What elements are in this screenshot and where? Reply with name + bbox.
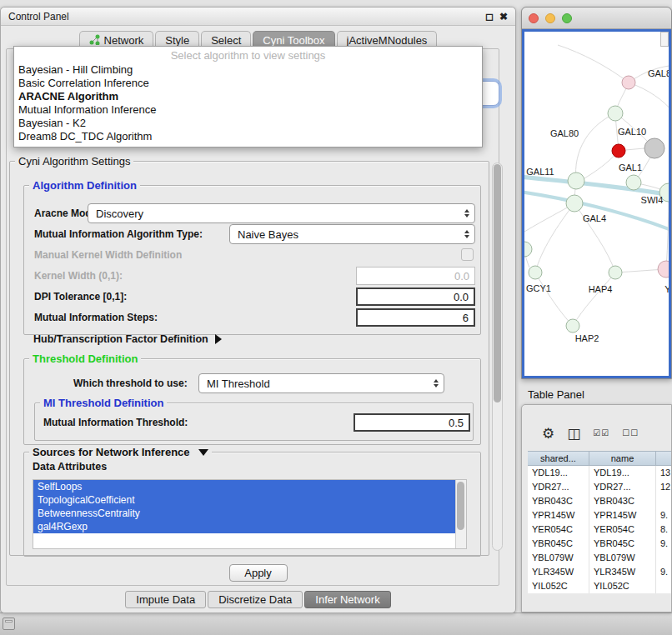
table-cell: 12 — [656, 480, 672, 494]
network-window-titlebar[interactable] — [522, 8, 671, 29]
table-cell: YLR345W — [528, 565, 589, 579]
tab-label: Select — [211, 34, 241, 47]
algorithm-option[interactable]: ARACNE Algorithm — [14, 90, 482, 103]
table-cell — [656, 551, 672, 565]
manual-kernel-checkbox[interactable] — [461, 248, 474, 261]
settings-scrollbar[interactable] — [492, 162, 503, 551]
table-cell: 9. — [656, 508, 672, 522]
network-edge[interactable] — [629, 82, 670, 112]
restore-panel-icon[interactable] — [3, 618, 15, 630]
network-edge[interactable] — [573, 272, 615, 326]
network-node[interactable] — [524, 242, 532, 257]
algorithm-option[interactable]: Basic Correlation Inference — [14, 77, 482, 90]
sources-title-text: Sources for Network Inference — [33, 446, 190, 458]
algorithm-option[interactable]: Dream8 DC_TDC Algorithm — [14, 130, 482, 143]
network-node[interactable] — [568, 172, 584, 189]
network-edge[interactable] — [558, 45, 629, 82]
hub-definition-toggle[interactable]: Hub/Transcription Factor Definition — [33, 333, 222, 345]
node-label: GAL80 — [550, 128, 579, 138]
network-view-window: GAL8GAL80GAL10GAL11GAL1SWI4GAL4GCY1HAP4Y… — [521, 7, 672, 379]
table-row[interactable]: YBL079WYBL079W — [528, 551, 672, 565]
table-row[interactable]: YDL19...YDL19...13 — [528, 466, 672, 480]
deselect-all-icon[interactable]: ☐☐ — [622, 429, 639, 438]
control-panel-title: Control Panel — [8, 11, 69, 22]
list-scrollbar[interactable] — [455, 480, 466, 548]
attribute-item[interactable]: gal4RGexp — [33, 520, 456, 533]
network-edge[interactable] — [535, 272, 573, 326]
network-node[interactable] — [658, 261, 670, 278]
algorithm-option[interactable]: Bayesian - Hill Climbing — [14, 63, 482, 77]
network-scrollbar[interactable] — [660, 32, 669, 47]
mi-type-combobox[interactable]: Naive Bayes — [229, 224, 475, 244]
network-edge[interactable] — [625, 148, 644, 150]
network-node[interactable] — [612, 144, 625, 158]
node-label: GCY1 — [526, 283, 551, 293]
select-all-icon[interactable]: ☑☑ — [593, 429, 609, 438]
network-node[interactable] — [566, 195, 583, 212]
aracne-mode-combobox[interactable]: Discovery — [88, 203, 475, 223]
algorithm-option[interactable]: Bayesian - K2 — [14, 117, 482, 130]
column-header[interactable]: shared... — [528, 451, 589, 466]
network-edge[interactable] — [666, 192, 669, 269]
table-cell: YIL052C — [528, 579, 589, 593]
float-window-icon[interactable]: ◻ — [485, 11, 494, 22]
mi-threshold-row: Mutual Information Threshold: 0.5 — [35, 412, 473, 433]
kernel-width-field[interactable]: 0.0 — [356, 267, 475, 285]
table-row[interactable]: YBR045CYBR045C9. — [528, 537, 672, 551]
bottom-tab-infer-network[interactable]: Infer Network — [304, 591, 390, 608]
network-node[interactable] — [566, 319, 579, 332]
table-panel-title: Table Panel — [528, 388, 584, 401]
tab-label: jActiveMNodules — [347, 34, 428, 47]
table-cell: YER054C — [528, 522, 589, 537]
expanded-arrow-icon — [198, 449, 208, 456]
kernel-width-label: Kernel Width (0,1): — [34, 270, 123, 282]
data-attributes-list[interactable]: SelfLoopsTopologicalCoefficientBetweenne… — [33, 479, 467, 549]
attribute-item[interactable]: BetweennessCentrality — [33, 507, 456, 520]
apply-button[interactable]: Apply — [229, 564, 288, 582]
scrollbar-thumb[interactable] — [494, 164, 501, 402]
columns-icon[interactable]: ◫ — [567, 427, 580, 441]
network-edge[interactable] — [535, 203, 574, 272]
network-node[interactable] — [608, 106, 623, 121]
zoom-traffic-light-icon[interactable] — [562, 13, 572, 23]
network-node[interactable] — [622, 76, 635, 89]
attribute-item[interactable]: TopologicalCoefficient — [33, 493, 456, 507]
table-row[interactable]: YLR345WYLR345W9. — [528, 565, 672, 579]
kernel-width-value: 0.0 — [454, 270, 469, 282]
column-header[interactable]: name — [589, 451, 656, 466]
algorithm-option[interactable]: Mutual Information Inference — [14, 103, 482, 117]
minimize-traffic-light-icon[interactable] — [545, 13, 555, 23]
network-node[interactable] — [609, 266, 622, 279]
table-row[interactable]: YIL052CYIL052C — [528, 579, 672, 593]
table-cell: YPR145W — [589, 508, 656, 522]
mi-type-row: Mutual Information Algorithm Type: Naive… — [24, 223, 480, 245]
mi-steps-field[interactable]: 6 — [356, 308, 475, 327]
close-traffic-light-icon[interactable] — [529, 13, 539, 23]
node-label: Y — [664, 284, 670, 294]
table-row[interactable]: YBR043CYBR043C — [528, 494, 672, 508]
which-threshold-combobox[interactable]: MI Threshold — [198, 373, 444, 393]
network-canvas[interactable]: GAL8GAL80GAL10GAL11GAL1SWI4GAL4GCY1HAP4Y… — [522, 29, 671, 378]
network-node[interactable] — [626, 175, 641, 190]
network-node[interactable] — [529, 266, 542, 279]
table-row[interactable]: YDR27...YDR27...12 — [528, 480, 672, 494]
table-row[interactable]: YPR145WYPR145W9. — [528, 508, 672, 522]
bottom-tab-impute-data[interactable]: Impute Data — [125, 591, 206, 608]
gear-icon[interactable]: ⚙ — [542, 427, 554, 441]
column-header[interactable] — [656, 451, 672, 466]
table-row[interactable]: YER054CYER054C8. — [528, 522, 672, 537]
manual-kernel-label: Manual Kernel Width Definition — [34, 249, 182, 261]
network-node[interactable] — [644, 138, 664, 158]
hub-definition-label: Hub/Transcription Factor Definition — [33, 333, 208, 345]
table-cell: YBR045C — [589, 537, 656, 551]
dpi-tolerance-field[interactable]: 0.0 — [356, 288, 475, 306]
close-window-icon[interactable]: ✖ — [499, 11, 508, 22]
table-cell: YDR27... — [589, 480, 656, 494]
attribute-item[interactable]: SelfLoops — [33, 480, 456, 493]
data-attributes-label: Data Attributes — [33, 461, 107, 472]
control-panel-window: Control Panel ◻ ✖ NetworkStyleSelectCyni… — [0, 7, 516, 613]
control-panel-titlebar[interactable]: Control Panel ◻ ✖ — [1, 8, 515, 26]
sources-title[interactable]: Sources for Network Inference — [29, 446, 212, 458]
mi-threshold-field[interactable]: 0.5 — [354, 413, 470, 432]
bottom-tab-discretize-data[interactable]: Discretize Data — [208, 591, 303, 608]
